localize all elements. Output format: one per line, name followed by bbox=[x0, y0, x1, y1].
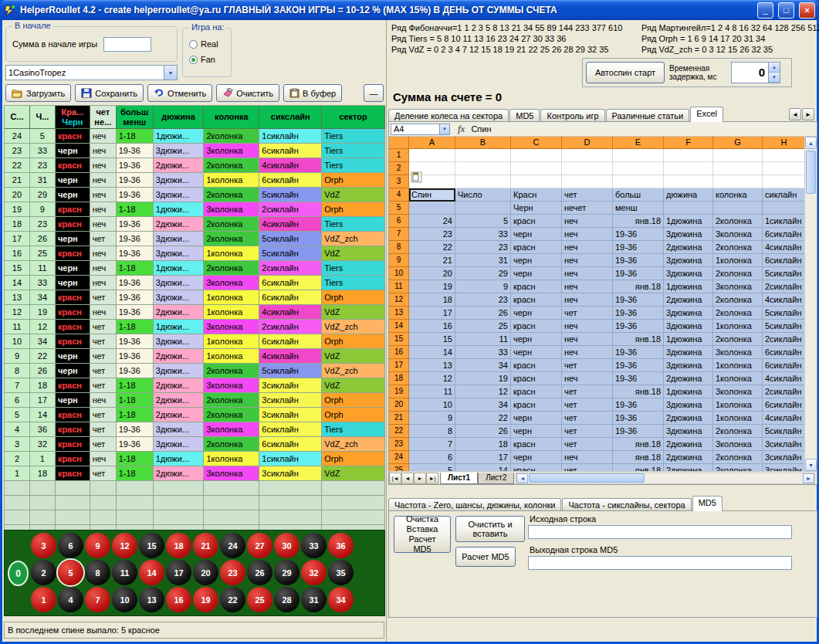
excel-cell[interactable]: 2дюжина bbox=[664, 241, 713, 254]
excel-cell[interactable]: 29 bbox=[455, 267, 511, 280]
name-box-dropdown-icon[interactable]: ▼ bbox=[440, 124, 450, 135]
excel-col-header-B[interactable]: B bbox=[455, 137, 511, 149]
excel-cell[interactable]: дюжина bbox=[664, 188, 713, 202]
excel-cell[interactable]: менш bbox=[613, 202, 664, 215]
excel-cell[interactable]: 3дюжина bbox=[664, 398, 713, 412]
tab-scroll-left-icon[interactable]: ◄ bbox=[789, 108, 801, 120]
roulette-number-33[interactable]: 33 bbox=[301, 533, 327, 558]
excel-row-header[interactable]: 11 bbox=[389, 280, 409, 293]
roulette-number-12[interactable]: 12 bbox=[112, 533, 137, 558]
excel-cell[interactable]: 19-36 bbox=[613, 267, 664, 280]
excel-cell[interactable]: 31 bbox=[455, 254, 511, 267]
scroll-left-icon[interactable]: ◄ bbox=[516, 473, 528, 483]
excel-cell[interactable]: красн bbox=[511, 241, 562, 254]
excel-row-header[interactable]: 16 bbox=[389, 346, 409, 359]
radio-real[interactable]: Real bbox=[189, 39, 218, 49]
excel-cell[interactable] bbox=[763, 149, 806, 162]
excel-cell[interactable]: 20 bbox=[409, 267, 455, 280]
excel-row-header[interactable]: 14 bbox=[389, 320, 409, 333]
excel-cell[interactable]: 2дюжина bbox=[664, 451, 713, 464]
excel-cell[interactable] bbox=[455, 202, 511, 215]
scroll-down-icon[interactable]: ▼ bbox=[805, 459, 817, 471]
excel-cell[interactable]: 1дюжина bbox=[664, 333, 713, 346]
excel-cell[interactable]: 1дюжина bbox=[664, 385, 713, 398]
excel-cell[interactable]: 8 bbox=[409, 425, 455, 438]
excel-cell[interactable]: 22 bbox=[455, 412, 511, 425]
roulette-number-29[interactable]: 29 bbox=[274, 560, 300, 585]
excel-cell[interactable]: 5 bbox=[455, 215, 511, 228]
excel-cell[interactable]: 1колонка bbox=[713, 359, 763, 372]
start-sum-input[interactable] bbox=[103, 37, 151, 52]
excel-cell[interactable]: неч bbox=[562, 280, 613, 293]
roulette-number-26[interactable]: 26 bbox=[247, 560, 272, 585]
excel-cell[interactable] bbox=[562, 162, 613, 175]
excel-cell[interactable]: нечет bbox=[562, 202, 613, 215]
excel-cell[interactable] bbox=[455, 149, 511, 162]
excel-cell[interactable]: 19 bbox=[455, 372, 511, 385]
excel-row-header[interactable]: 7 bbox=[389, 228, 409, 241]
cell-name-box[interactable]: A4 bbox=[391, 124, 440, 135]
excel-cell[interactable]: черн bbox=[511, 254, 562, 267]
excel-cell[interactable] bbox=[763, 202, 806, 215]
excel-cell[interactable]: 16 bbox=[409, 320, 455, 333]
excel-cell[interactable]: 14 bbox=[409, 346, 455, 359]
spin-up-icon[interactable]: ▲ bbox=[769, 63, 780, 73]
excel-cell[interactable]: красн bbox=[511, 438, 562, 451]
excel-cell[interactable]: 2дюжина bbox=[664, 464, 713, 471]
excel-cell[interactable]: черн bbox=[511, 451, 562, 464]
excel-cell[interactable]: 1дюжина bbox=[664, 215, 713, 228]
excel-cell[interactable]: 6сиклайн bbox=[763, 228, 806, 241]
excel-cell[interactable]: 3дюжина bbox=[664, 267, 713, 280]
excel-cell[interactable]: 9 bbox=[455, 280, 511, 293]
excel-cell[interactable]: чет bbox=[562, 359, 613, 372]
excel-row-header[interactable]: 24 bbox=[389, 451, 409, 464]
roulette-number-2[interactable]: 2 bbox=[31, 560, 56, 585]
excel-cell[interactable]: 6 bbox=[409, 451, 455, 464]
excel-cell[interactable]: 1колонка bbox=[713, 412, 763, 425]
excel-cell[interactable]: 19-36 bbox=[613, 307, 664, 320]
excel-row-header[interactable]: 6 bbox=[389, 215, 409, 228]
excel-cell[interactable]: 1колонка bbox=[713, 320, 763, 333]
roulette-number-9[interactable]: 9 bbox=[85, 533, 110, 558]
roulette-number-20[interactable]: 20 bbox=[193, 560, 218, 585]
excel-row-header[interactable]: 4 bbox=[389, 188, 409, 202]
excel-cell[interactable]: 2колонка bbox=[713, 241, 763, 254]
excel-row-header[interactable]: 18 bbox=[389, 372, 409, 385]
excel-cell[interactable]: колонка bbox=[713, 188, 763, 202]
roulette-number-8[interactable]: 8 bbox=[85, 560, 110, 585]
scroll-up-icon[interactable]: ▲ bbox=[805, 137, 817, 149]
clear-button[interactable]: Очистить bbox=[216, 84, 279, 102]
excel-cell[interactable]: 2колонка bbox=[713, 267, 763, 280]
excel-cell[interactable]: 6сиклайн bbox=[763, 346, 806, 359]
excel-cell[interactable]: 19-36 bbox=[613, 241, 664, 254]
excel-cell[interactable]: чет bbox=[562, 385, 613, 398]
first-sheet-icon[interactable]: |◄ bbox=[389, 473, 401, 484]
excel-cell[interactable]: 6сиклайн bbox=[763, 359, 806, 372]
excel-cell[interactable] bbox=[455, 162, 511, 175]
excel-cell[interactable]: 19-36 bbox=[613, 228, 664, 241]
roulette-number-15[interactable]: 15 bbox=[139, 533, 164, 558]
excel-cell[interactable] bbox=[664, 162, 713, 175]
fx-icon[interactable]: fx bbox=[458, 123, 465, 135]
excel-row-header[interactable]: 1 bbox=[389, 149, 409, 162]
excel-cell[interactable] bbox=[409, 202, 455, 215]
excel-cell[interactable]: 21 bbox=[409, 254, 455, 267]
excel-cell[interactable]: чет bbox=[562, 464, 613, 471]
excel-cell[interactable]: 18 bbox=[409, 293, 455, 307]
excel-row-header[interactable]: 5 bbox=[389, 202, 409, 215]
excel-cell[interactable]: 4сиклайн bbox=[763, 241, 806, 254]
load-button[interactable]: Загрузить bbox=[5, 84, 71, 102]
excel-cell[interactable]: 3колонка bbox=[713, 228, 763, 241]
excel-cell[interactable]: Спин bbox=[409, 188, 455, 202]
excel-cell[interactable]: неч bbox=[562, 320, 613, 333]
excel-cell[interactable]: 3дюжина bbox=[664, 228, 713, 241]
excel-cell[interactable]: 1колонка bbox=[713, 398, 763, 412]
excel-col-header-G[interactable]: G bbox=[713, 137, 763, 149]
excel-cell[interactable]: 3колонка bbox=[713, 280, 763, 293]
roulette-number-7[interactable]: 7 bbox=[85, 587, 110, 612]
vscroll-track[interactable] bbox=[805, 149, 817, 459]
paste-options-icon[interactable] bbox=[411, 171, 422, 183]
excel-cell[interactable]: неч bbox=[562, 451, 613, 464]
excel-cell[interactable]: черн bbox=[511, 425, 562, 438]
excel-cell[interactable]: 17 bbox=[455, 451, 511, 464]
